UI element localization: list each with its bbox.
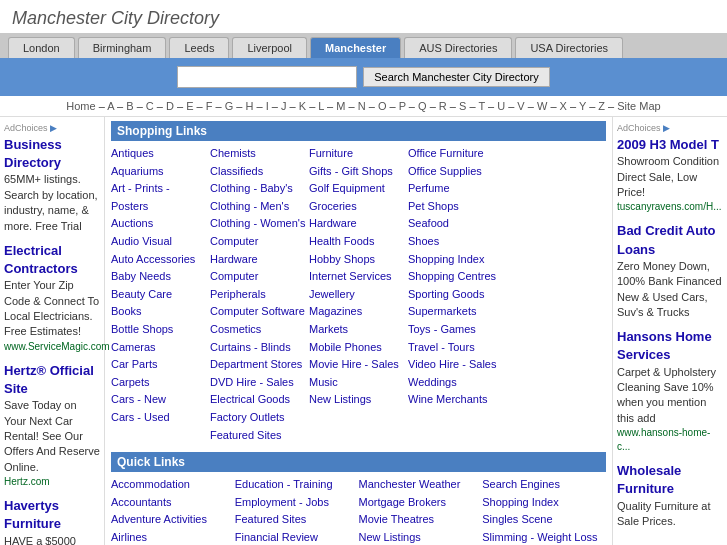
breadcrumb-j[interactable]: J: [281, 100, 287, 112]
breadcrumb-l[interactable]: L: [318, 100, 324, 112]
link-groceries[interactable]: Groceries: [309, 198, 408, 216]
link-car-parts[interactable]: Car Parts: [111, 356, 210, 374]
link-shoes[interactable]: Shoes: [408, 233, 507, 251]
link-markets[interactable]: Markets: [309, 321, 408, 339]
tab-manchester[interactable]: Manchester: [310, 37, 401, 58]
breadcrumb-m[interactable]: M: [336, 100, 345, 112]
link-gifts[interactable]: Gifts - Gift Shops: [309, 163, 408, 181]
ad-link-electrical[interactable]: www.ServiceMagic.com: [4, 340, 100, 354]
link-featured-sites[interactable]: Featured Sites: [210, 427, 309, 445]
ad-title-autoloans[interactable]: Bad Credit Auto Loans: [617, 222, 723, 258]
breadcrumb-f[interactable]: F: [206, 100, 213, 112]
link-sporting-goods[interactable]: Sporting Goods: [408, 286, 507, 304]
ad-title-h3[interactable]: 2009 H3 Model T: [617, 136, 723, 154]
breadcrumb-h[interactable]: H: [246, 100, 254, 112]
link-clothing-womens[interactable]: Clothing - Women's: [210, 215, 309, 233]
link-wine-merchants[interactable]: Wine Merchants: [408, 391, 507, 409]
tab-usa-directories[interactable]: USA Directories: [515, 37, 623, 58]
link-baby-needs[interactable]: Baby Needs: [111, 268, 210, 286]
link-internet-services[interactable]: Internet Services: [309, 268, 408, 286]
link-cars-used[interactable]: Cars - Used: [111, 409, 210, 427]
link-movie-theatres[interactable]: Movie Theatres: [359, 511, 483, 529]
link-golf[interactable]: Golf Equipment: [309, 180, 408, 198]
link-chemists[interactable]: Chemists: [210, 145, 309, 163]
link-slimming[interactable]: Slimming - Weight Loss: [482, 529, 606, 545]
ad-link-h3[interactable]: tuscanyravens.com/H...: [617, 200, 723, 214]
link-clothing-mens[interactable]: Clothing - Men's: [210, 198, 309, 216]
link-movie-hire[interactable]: Movie Hire - Sales: [309, 356, 408, 374]
link-manchester-weather[interactable]: Manchester Weather: [359, 476, 483, 494]
link-audio-visual[interactable]: Audio Visual: [111, 233, 210, 251]
link-financial-review[interactable]: Financial Review: [235, 529, 359, 545]
link-auto-accessories[interactable]: Auto Accessories: [111, 251, 210, 269]
ad-title-havertys[interactable]: HavertysFurniture: [4, 497, 100, 533]
link-clothing-babys[interactable]: Clothing - Baby's: [210, 180, 309, 198]
link-accommodation[interactable]: Accommodation: [111, 476, 235, 494]
link-furniture[interactable]: Furniture: [309, 145, 408, 163]
link-office-furniture[interactable]: Office Furniture: [408, 145, 507, 163]
link-perfume[interactable]: Perfume: [408, 180, 507, 198]
breadcrumb-e[interactable]: E: [186, 100, 193, 112]
link-airlines[interactable]: Airlines: [111, 529, 235, 545]
breadcrumb-w[interactable]: W: [537, 100, 547, 112]
ad-title-business[interactable]: BusinessDirectory: [4, 136, 100, 172]
breadcrumb-u[interactable]: U: [497, 100, 505, 112]
ad-title-wholesale[interactable]: Wholesale Furniture: [617, 462, 723, 498]
search-button[interactable]: Search Manchester City Directory: [363, 67, 549, 87]
breadcrumb-p[interactable]: P: [399, 100, 406, 112]
link-auctions[interactable]: Auctions: [111, 215, 210, 233]
breadcrumb-y[interactable]: Y: [579, 100, 586, 112]
link-travel-tours[interactable]: Travel - Tours: [408, 339, 507, 357]
ad-link-hertz[interactable]: Hertz.com: [4, 475, 100, 489]
link-electrical-goods[interactable]: Electrical Goods: [210, 391, 309, 409]
breadcrumb-g[interactable]: G: [225, 100, 234, 112]
ad-link-hansons[interactable]: www.hansons-home-c...: [617, 426, 723, 454]
breadcrumb-b[interactable]: B: [126, 100, 133, 112]
ad-title-electrical[interactable]: ElectricalContractors: [4, 242, 100, 278]
link-computer-peripherals[interactable]: Computer Peripherals: [210, 268, 309, 303]
tab-leeds[interactable]: Leeds: [169, 37, 229, 58]
link-aquariums[interactable]: Aquariums: [111, 163, 210, 181]
breadcrumb-o[interactable]: O: [378, 100, 387, 112]
link-mortgage-brokers[interactable]: Mortgage Brokers: [359, 494, 483, 512]
breadcrumb-q[interactable]: Q: [418, 100, 427, 112]
search-input[interactable]: [177, 66, 357, 88]
ad-title-hansons[interactable]: Hansons Home Services: [617, 328, 723, 364]
link-magazines[interactable]: Magazines: [309, 303, 408, 321]
link-hobby-shops[interactable]: Hobby Shops: [309, 251, 408, 269]
link-computer-hardware[interactable]: Computer Hardware: [210, 233, 309, 268]
link-hardware[interactable]: Hardware: [309, 215, 408, 233]
breadcrumb-i[interactable]: I: [266, 100, 269, 112]
link-cars-new[interactable]: Cars - New: [111, 391, 210, 409]
link-seafood[interactable]: Seafood: [408, 215, 507, 233]
link-computer-software[interactable]: Computer Software: [210, 303, 309, 321]
link-education[interactable]: Education - Training: [235, 476, 359, 494]
breadcrumb-v[interactable]: V: [517, 100, 524, 112]
link-cosmetics[interactable]: Cosmetics: [210, 321, 309, 339]
link-antiques[interactable]: Antiques: [111, 145, 210, 163]
breadcrumb-a[interactable]: A: [107, 100, 114, 112]
breadcrumb-d[interactable]: D: [166, 100, 174, 112]
link-shopping-index2[interactable]: Shopping Index: [482, 494, 606, 512]
breadcrumb-t[interactable]: T: [478, 100, 485, 112]
link-department-stores[interactable]: Department Stores: [210, 356, 309, 374]
breadcrumb-x[interactable]: X: [560, 100, 567, 112]
tab-london[interactable]: London: [8, 37, 75, 58]
link-jewellery[interactable]: Jewellery: [309, 286, 408, 304]
link-search-engines[interactable]: Search Engines: [482, 476, 606, 494]
link-office-supplies[interactable]: Office Supplies: [408, 163, 507, 181]
breadcrumb-n[interactable]: N: [358, 100, 366, 112]
link-classifieds[interactable]: Classifieds: [210, 163, 309, 181]
link-music[interactable]: Music: [309, 374, 408, 392]
tab-birmingham[interactable]: Birmingham: [78, 37, 167, 58]
breadcrumb-s[interactable]: S: [459, 100, 466, 112]
link-bottle-shops[interactable]: Bottle Shops: [111, 321, 210, 339]
link-beauty-care[interactable]: Beauty Care: [111, 286, 210, 304]
link-carpets[interactable]: Carpets: [111, 374, 210, 392]
ad-title-hertz[interactable]: Hertz® OfficialSite: [4, 362, 100, 398]
link-singles-scene[interactable]: Singles Scene: [482, 511, 606, 529]
breadcrumb-c[interactable]: C: [146, 100, 154, 112]
link-featured-sites2[interactable]: Featured Sites: [235, 511, 359, 529]
link-video-hire[interactable]: Video Hire - Sales: [408, 356, 507, 374]
breadcrumb-home[interactable]: Home: [66, 100, 95, 112]
